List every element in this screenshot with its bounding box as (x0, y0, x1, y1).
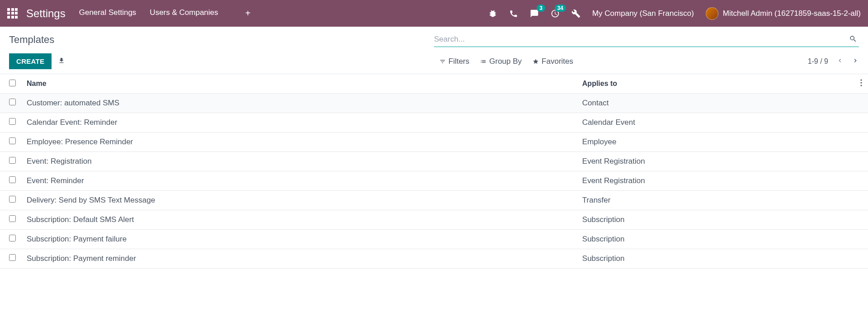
activities-badge: 34 (555, 5, 566, 12)
row-checkbox[interactable] (9, 137, 16, 144)
cell-name: Subscription: Payment reminder (21, 249, 577, 269)
row-checkbox[interactable] (9, 99, 16, 105)
table-row[interactable]: Event: RegistrationEvent Registration (0, 152, 868, 171)
apps-icon[interactable] (7, 8, 18, 19)
chevron-left-icon (836, 57, 844, 64)
menu-add-icon[interactable]: + (245, 8, 251, 19)
table-row[interactable]: Customer: automated SMSContact (0, 94, 868, 113)
row-checkbox[interactable] (9, 176, 16, 183)
user-name: Mitchell Admin (16271859-saas-15-2-all) (723, 9, 861, 18)
cell-applies-to: Employee (577, 132, 854, 152)
svg-point-2 (860, 85, 862, 86)
main-navbar: Settings General Settings Users & Compan… (0, 0, 868, 27)
tools-icon[interactable] (571, 9, 580, 18)
search-bar (434, 32, 859, 47)
search-icon[interactable] (847, 33, 859, 46)
cell-name: Calendar Event: Reminder (21, 113, 577, 132)
nav-menu: General Settings Users & Companies + (79, 8, 251, 19)
breadcrumb: Templates (9, 34, 434, 46)
table-row[interactable]: Employee: Presence ReminderEmployee (0, 132, 868, 152)
list-icon (480, 58, 486, 65)
table-row[interactable]: Delivery: Send by SMS Text MessageTransf… (0, 191, 868, 210)
company-switch[interactable]: My Company (San Francisco) (592, 9, 694, 18)
messaging-icon[interactable]: 3 (530, 9, 539, 18)
user-menu[interactable]: Mitchell Admin (16271859-saas-15-2-all) (706, 7, 861, 20)
phone-icon[interactable] (509, 9, 518, 18)
table-row[interactable]: Subscription: Default SMS AlertSubscript… (0, 210, 868, 230)
svg-point-0 (860, 79, 862, 80)
row-checkbox[interactable] (9, 235, 16, 241)
messaging-badge: 3 (537, 5, 545, 12)
row-checkbox[interactable] (9, 196, 16, 203)
table-row[interactable]: Subscription: Payment reminderSubscripti… (0, 249, 868, 269)
svg-point-1 (860, 82, 862, 83)
cell-name: Subscription: Payment failure (21, 230, 577, 249)
row-checkbox[interactable] (9, 118, 16, 125)
import-button[interactable] (58, 57, 65, 66)
cell-name: Event: Reminder (21, 171, 577, 191)
control-panel: Templates CREATE Filters Group By (0, 27, 868, 74)
cell-name: Customer: automated SMS (21, 94, 577, 113)
cell-name: Delivery: Send by SMS Text Message (21, 191, 577, 210)
row-checkbox[interactable] (9, 254, 16, 261)
cell-applies-to: Event Registration (577, 152, 854, 171)
cell-applies-to: Contact (577, 94, 854, 113)
cell-applies-to: Calendar Event (577, 113, 854, 132)
pager-prev[interactable] (836, 57, 844, 66)
avatar (706, 7, 718, 20)
list-view: Name Applies to Customer: automated SMSC… (0, 74, 868, 269)
row-checkbox[interactable] (9, 157, 16, 164)
cell-name: Subscription: Default SMS Alert (21, 210, 577, 230)
cell-name: Employee: Presence Reminder (21, 132, 577, 152)
filters-label: Filters (448, 57, 469, 66)
star-icon (533, 58, 539, 65)
pager-next[interactable] (852, 57, 859, 66)
select-all-checkbox[interactable] (9, 80, 16, 86)
cell-applies-to: Subscription (577, 230, 854, 249)
favorites-button[interactable]: Favorites (533, 57, 573, 66)
row-checkbox[interactable] (9, 215, 16, 222)
pager-text[interactable]: 1-9 / 9 (808, 57, 828, 66)
cell-applies-to: Event Registration (577, 171, 854, 191)
menu-general-settings[interactable]: General Settings (79, 8, 137, 19)
menu-users-companies[interactable]: Users & Companies (150, 8, 218, 19)
cell-applies-to: Subscription (577, 249, 854, 269)
table-row[interactable]: Calendar Event: ReminderCalendar Event (0, 113, 868, 132)
cell-applies-to: Transfer (577, 191, 854, 210)
cell-applies-to: Subscription (577, 210, 854, 230)
create-button[interactable]: CREATE (9, 53, 52, 69)
debug-icon[interactable] (488, 9, 497, 18)
col-header-name[interactable]: Name (21, 74, 577, 94)
funnel-icon (439, 58, 446, 65)
activities-icon[interactable]: 34 (551, 9, 560, 18)
search-input[interactable] (434, 32, 847, 47)
table-row[interactable]: Event: ReminderEvent Registration (0, 171, 868, 191)
chevron-right-icon (852, 57, 859, 64)
groupby-label: Group By (489, 57, 522, 66)
col-header-applies-to[interactable]: Applies to (577, 74, 854, 94)
kebab-icon[interactable] (860, 79, 862, 86)
groupby-button[interactable]: Group By (480, 57, 522, 66)
filters-button[interactable]: Filters (439, 57, 469, 66)
cell-name: Event: Registration (21, 152, 577, 171)
favorites-label: Favorites (542, 57, 573, 66)
table-row[interactable]: Subscription: Payment failureSubscriptio… (0, 230, 868, 249)
app-title[interactable]: Settings (26, 7, 66, 20)
nav-right: 3 34 My Company (San Francisco) Mitchell… (488, 7, 861, 20)
